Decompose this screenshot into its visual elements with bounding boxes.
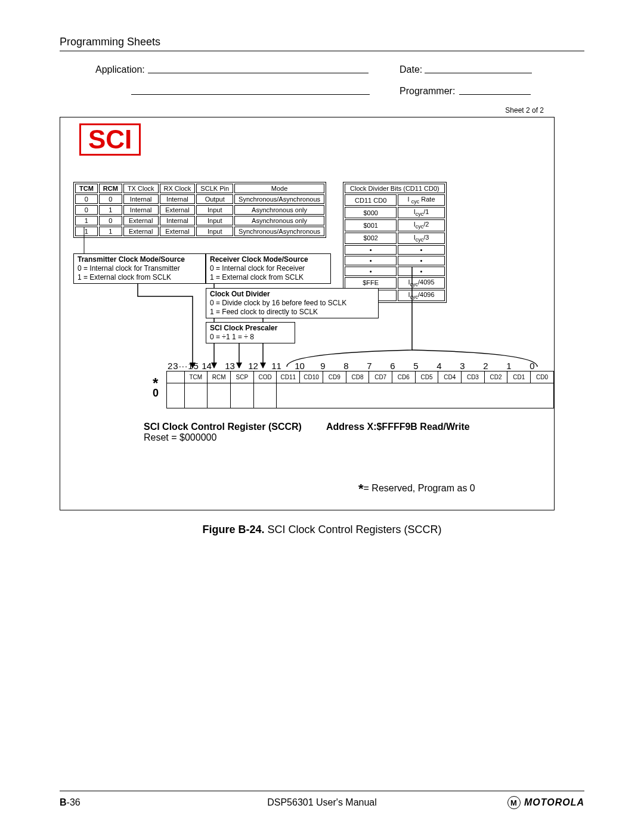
- cell: Synchronous/Asynchronous: [234, 227, 324, 236]
- box-title: SCI Clock Prescaler: [210, 324, 291, 333]
- reg-field: CD10: [300, 371, 323, 383]
- reg-blank: [208, 383, 231, 408]
- bitnum: 12: [242, 361, 265, 371]
- reg-blank: [253, 383, 277, 408]
- cell: Input: [196, 216, 233, 225]
- box-title: Transmitter Clock Mode/Source: [78, 255, 202, 264]
- cell: External: [160, 205, 196, 215]
- reg-blank: [167, 383, 185, 408]
- register-diagram: 23···15 14 13 12 11 10 9 8 7 6 5 4 3 2 1…: [166, 361, 554, 408]
- cell: Icyc/2: [398, 219, 444, 231]
- cell: $000: [345, 207, 397, 218]
- reg-field: CD4: [438, 371, 462, 383]
- div-sub: CD11 CD0: [345, 194, 397, 206]
- div-header: Clock Divider Bits (CD11 CD0): [345, 184, 445, 193]
- cell: Asynchronous only: [234, 205, 324, 215]
- cell: Synchronous/Asynchronous: [234, 194, 324, 204]
- cell: Asynchronous only: [234, 216, 324, 225]
- figure-caption: Figure B-24. SCI Clock Control Registers…: [0, 524, 644, 536]
- reg-field: CD2: [484, 371, 507, 383]
- bitnum: 9: [311, 361, 335, 371]
- reg-field: CD7: [369, 371, 392, 383]
- cell: Internal: [160, 194, 196, 204]
- cell: •: [398, 267, 444, 276]
- box-line: 0 = ÷1 1 = ÷ 8: [210, 333, 291, 342]
- sheet-meta: Sheet 2 of 2: [505, 106, 544, 114]
- bitnum: 7: [358, 361, 381, 371]
- reg-field: CD1: [507, 371, 531, 383]
- bitnum: 4: [428, 361, 451, 371]
- cell: External: [123, 216, 159, 225]
- box-line: 0 = Internal clock for Transmitter: [78, 264, 202, 273]
- reg-field: COD: [253, 371, 277, 383]
- bitnum: 8: [335, 361, 358, 371]
- transmitter-clock-box: Transmitter Clock Mode/Source 0 = Intern…: [73, 253, 206, 284]
- divider: [60, 51, 584, 51]
- cell: Icyc/4095: [398, 277, 444, 289]
- box-line: 0 = Divide clock by 16 before feed to SC…: [210, 299, 374, 308]
- cell: Internal: [123, 194, 159, 204]
- form-area: Application: Date: Programmer:: [60, 64, 584, 100]
- cell: 1: [99, 227, 122, 236]
- date-line: [425, 73, 532, 73]
- mode-th: RX Clock: [160, 184, 196, 193]
- cell: •: [345, 245, 397, 255]
- brand-text: MOTOROLA: [524, 797, 584, 808]
- diagram-frame: SCI TCM RCM: [60, 117, 555, 510]
- div-sub: I cyc Rate: [398, 194, 444, 206]
- reg-field: TCM: [184, 371, 208, 383]
- box-line: 0 = Internal clock for Receiver: [210, 264, 327, 273]
- sci-clock-prescaler-box: SCI Clock Prescaler 0 = ÷1 1 = ÷ 8: [206, 322, 295, 343]
- reg-field: CD11: [277, 371, 300, 383]
- reg-field: SCP: [230, 371, 253, 383]
- section-title: Programming Sheets: [60, 36, 584, 48]
- cell: $FFE: [345, 277, 397, 289]
- mode-th: Mode: [234, 184, 324, 193]
- cell: 1: [99, 205, 122, 215]
- box-line: 1 = External clock from SCLK: [210, 273, 327, 282]
- mode-th: TX Clock: [123, 184, 159, 193]
- cell: External: [160, 227, 196, 236]
- receiver-clock-box: Receiver Clock Mode/Source 0 = Internal …: [206, 253, 331, 284]
- reg-field: CD6: [392, 371, 416, 383]
- reg-field: CD5: [415, 371, 438, 383]
- motorola-logo-icon: M: [507, 796, 521, 809]
- cell: Icyc/3: [398, 233, 444, 244]
- register-address: Address X:$FFFF9B Read/Write: [326, 422, 470, 432]
- bitnum: 11: [265, 361, 288, 371]
- box-title: Receiver Clock Mode/Source: [210, 255, 327, 264]
- bitnum: 5: [404, 361, 428, 371]
- cell: •: [398, 245, 444, 255]
- cell: Input: [196, 205, 233, 215]
- reserved-note: *= Reserved, Program as 0: [358, 481, 475, 497]
- programmer-label: Programmer:: [400, 86, 455, 97]
- reg-field: [167, 371, 185, 383]
- reg-blank: [277, 383, 554, 408]
- box-title: Clock Out Divider: [210, 290, 374, 299]
- cell: $002: [345, 233, 397, 244]
- footer-rule: [60, 791, 584, 791]
- box-line: 1 = External clock from SCLK: [78, 273, 202, 282]
- application-line-1: [148, 73, 369, 73]
- reg-field: CD0: [531, 371, 554, 383]
- cell: External: [123, 227, 159, 236]
- reg-field: CD3: [462, 371, 485, 383]
- box-line: 1 = Feed clock to directly to SCLK: [210, 308, 374, 317]
- bitnum: 10: [288, 361, 311, 371]
- reg-blank: [184, 383, 208, 408]
- mode-th: SCLK Pin: [196, 184, 233, 193]
- bitnum: 13: [218, 361, 242, 371]
- cell: 0: [99, 216, 122, 225]
- bitnum: 14: [195, 361, 218, 371]
- cell: Output: [196, 194, 233, 204]
- application-line-2: [131, 94, 370, 95]
- bitnum: 3: [451, 361, 474, 371]
- clock-out-divider-box: Clock Out Divider 0 = Divide clock by 16…: [206, 288, 379, 318]
- cell: •: [398, 256, 444, 265]
- footer: B-36 DSP56301 User's Manual M MOTOROLA: [60, 796, 584, 809]
- cell: Internal: [123, 205, 159, 215]
- mode-th: TCM: [75, 184, 98, 193]
- bitnum: 1: [497, 361, 521, 371]
- application-label: Application:: [95, 64, 145, 75]
- programmer-line: [459, 94, 531, 95]
